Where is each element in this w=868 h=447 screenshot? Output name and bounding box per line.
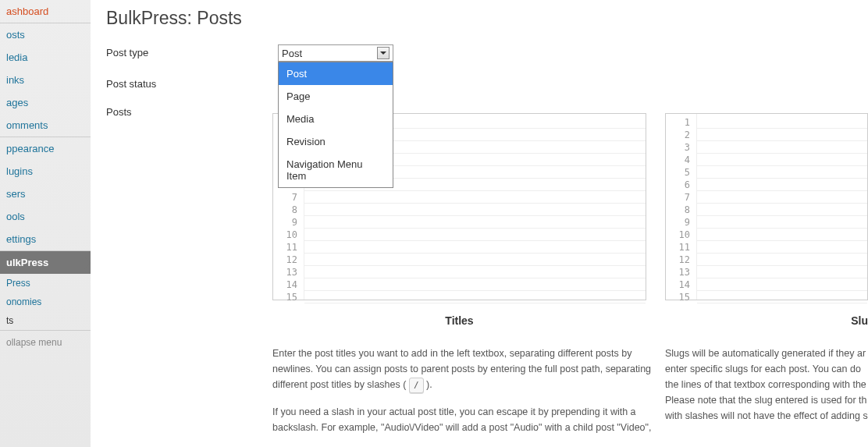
sidebar-item-settings[interactable]: ettings	[0, 228, 91, 250]
sidebar-item-dashboard[interactable]: ashboard	[0, 0, 91, 23]
slash-key-icon: /	[409, 378, 424, 393]
dropdown-option-post[interactable]: Post	[279, 62, 393, 85]
collapse-menu[interactable]: ollapse menu	[0, 331, 91, 354]
sidebar-item-posts[interactable]: osts	[0, 23, 91, 46]
dropdown-option-media[interactable]: Media	[279, 108, 393, 130]
sidebar-item-pages[interactable]: ages	[0, 91, 91, 114]
post-type-value: Post	[282, 48, 302, 59]
dropdown-option-navmenu[interactable]: Navigation Menu Item	[279, 153, 393, 187]
slugs-heading: Slu	[665, 314, 868, 327]
post-type-dropdown: Post Page Media Revision Navigation Menu…	[278, 62, 393, 188]
slugs-editor-body[interactable]	[697, 114, 867, 300]
chevron-down-icon	[377, 47, 390, 59]
main-content: BulkPress: Posts Post type Post Post Pag…	[91, 0, 868, 447]
slugs-help-p1: Slugs will be automatically generated if…	[665, 346, 868, 424]
slugs-line-numbers: 123456789101112131415	[666, 114, 697, 300]
sidebar-item-bulkpress[interactable]: ulkPress	[0, 251, 91, 274]
post-type-label: Post type	[106, 44, 278, 62]
sidebar-sub-posts[interactable]: ts	[0, 311, 91, 330]
admin-sidebar: ashboard osts ledia inks ages omments pp…	[0, 0, 91, 447]
sidebar-item-links[interactable]: inks	[0, 69, 91, 91]
sidebar-item-plugins[interactable]: lugins	[0, 160, 91, 183]
sidebar-sub-press[interactable]: Press	[0, 274, 91, 293]
sidebar-item-comments[interactable]: omments	[0, 114, 91, 137]
sidebar-item-users[interactable]: sers	[0, 183, 91, 205]
dropdown-option-revision[interactable]: Revision	[279, 130, 393, 153]
titles-help-p2: If you need a slash in your actual post …	[272, 404, 661, 435]
slugs-editor[interactable]: 123456789101112131415	[665, 113, 868, 300]
page-title: BulkPress: Posts	[106, 8, 868, 29]
post-status-label: Post status	[106, 76, 278, 90]
dropdown-option-page[interactable]: Page	[279, 85, 393, 108]
titles-heading: Titles	[272, 314, 646, 327]
sidebar-item-media[interactable]: ledia	[0, 46, 91, 69]
titles-help-p1: Enter the post titles you want to add in…	[272, 346, 661, 393]
sidebar-sub-taxonomies[interactable]: onomies	[0, 293, 91, 311]
post-type-select[interactable]: Post	[278, 44, 393, 62]
sidebar-item-appearance[interactable]: ppearance	[0, 137, 91, 160]
sidebar-item-tools[interactable]: ools	[0, 205, 91, 228]
posts-label: Posts	[106, 104, 272, 446]
